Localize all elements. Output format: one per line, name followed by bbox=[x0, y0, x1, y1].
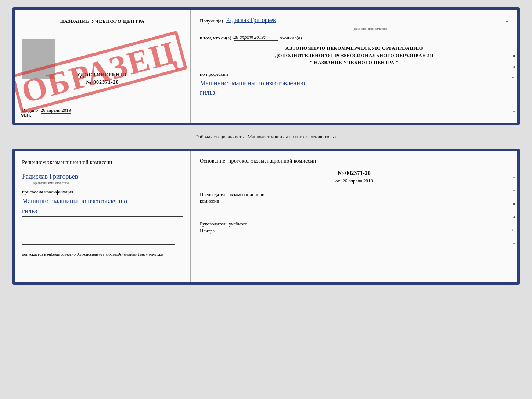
separator-text: Рабочая специальность - Машинист машины … bbox=[196, 131, 336, 143]
profession-line1: Машинист машины по изготовлению bbox=[200, 79, 305, 87]
allowed-prefix: допускается к bbox=[22, 252, 46, 256]
photo-placeholder bbox=[22, 39, 55, 79]
issued-date-value: 26 апреля 2019 bbox=[41, 107, 71, 114]
basis-title: Основание: протокол экзаменационной коми… bbox=[200, 158, 508, 164]
bottom-margin-marks: – – – и а ← – – – bbox=[511, 151, 515, 282]
empty-signature-lines bbox=[22, 220, 183, 245]
org-line2: ДОПОЛНИТЕЛЬНОГО ПРОФЕССИОНАЛЬНОГО ОБРАЗО… bbox=[200, 52, 508, 59]
top-doc-left: НАЗВАНИЕ УЧЕБНОГО ЦЕНТРА ОБРАЗЕЦ УДОСТОВ… bbox=[15, 10, 191, 123]
top-doc-right: Получил(а) Радислав Григорьев – (фамилия… bbox=[191, 10, 517, 123]
protocol-date-line: от 26 апреля 2019 bbox=[200, 178, 508, 184]
completed-suffix: окончил(а) bbox=[280, 35, 302, 41]
qual-line2: гильз bbox=[22, 207, 37, 215]
leader-signature-line bbox=[200, 237, 273, 245]
org-title: АВТОНОМНУЮ НЕКОММЕРЧЕСКУЮ ОРГАНИЗАЦИЮ ДО… bbox=[200, 44, 508, 66]
protocol-date-value: 26 апреля 2019 bbox=[342, 178, 373, 184]
completed-line: в том, что он(а) 26 апреля 2019г. окончи… bbox=[200, 34, 508, 41]
top-left-title: НАЗВАНИЕ УЧЕБНОГО ЦЕНТРА bbox=[22, 18, 183, 24]
certificate-number: № 002371-20 bbox=[22, 79, 183, 85]
qualification-name: Машинист машины по изготовлению гильз bbox=[22, 196, 183, 217]
profession-name: Машинист машины по изготовлению гильз bbox=[200, 79, 508, 97]
org-line1: АВТОНОМНУЮ НЕКОММЕРЧЕСКУЮ ОРГАНИЗАЦИЮ bbox=[200, 44, 508, 52]
qual-line1: Машинист машины по изготовлению bbox=[22, 197, 127, 205]
allowed-text: работе согласно должностным (производств… bbox=[47, 252, 163, 256]
chair-line1: Председатель экзаменационной bbox=[200, 192, 265, 197]
mp-label: М.П. bbox=[21, 113, 31, 118]
chair-line2: комиссии bbox=[200, 198, 219, 204]
empty-line-3 bbox=[22, 239, 175, 245]
org-line3: " НАЗВАНИЕ УЧЕБНОГО ЦЕНТРА " bbox=[200, 59, 508, 66]
issued-date-line: Выдано 26 апреля 2019 bbox=[22, 107, 183, 113]
assigned-label: присвоена квалификация bbox=[22, 189, 183, 195]
bottom-doc-left: Решением экзаменационной комиссии Радисл… bbox=[15, 151, 191, 282]
chair-signature-line bbox=[200, 207, 273, 215]
chair-label: Председатель экзаменационной комиссии bbox=[200, 191, 508, 204]
empty-line-1 bbox=[22, 220, 175, 225]
margin-marks: – – – и а ← – – – bbox=[511, 10, 515, 123]
recipient-name: Радислав Григорьев bbox=[226, 17, 503, 24]
recipient-dash: – bbox=[506, 18, 509, 24]
profession-prefix: по профессии bbox=[200, 71, 508, 77]
decision-title: Решением экзаменационной комиссии bbox=[22, 160, 183, 165]
profession-line2: гильз bbox=[200, 89, 215, 96]
bottom-document: Решением экзаменационной комиссии Радисл… bbox=[12, 149, 520, 285]
completed-date: 26 апреля 2019г. bbox=[234, 34, 278, 41]
allowed-label: допускается к работе согласно должностны… bbox=[22, 252, 183, 257]
bottom-person-name: Радислав Григорьев bbox=[22, 173, 151, 181]
bottom-doc-right: Основание: протокол экзаменационной коми… bbox=[191, 151, 517, 282]
bottom-fio-sub: (фамилия, имя, отчество) bbox=[33, 181, 183, 185]
issued-prefix: Выдано bbox=[22, 107, 38, 113]
allowed-signature-line bbox=[22, 260, 175, 266]
top-document: НАЗВАНИЕ УЧЕБНОГО ЦЕНТРА ОБРАЗЕЦ УДОСТОВ… bbox=[12, 7, 520, 125]
leader-line2: Центра bbox=[200, 228, 215, 234]
fio-subtitle: (фамилия, имя, отчество) bbox=[233, 27, 508, 31]
empty-line-2 bbox=[22, 229, 175, 235]
received-label: Получил(а) bbox=[200, 18, 223, 24]
protocol-number: № 002371-20 bbox=[200, 170, 508, 177]
center-leader-label: Руководитель учебного Центра bbox=[200, 221, 508, 234]
recipient-line: Получил(а) Радислав Григорьев – bbox=[200, 17, 508, 24]
leader-line1: Руководитель учебного bbox=[200, 221, 247, 227]
protocol-date-prefix: от bbox=[335, 178, 340, 184]
completed-prefix: в том, что он(а) bbox=[200, 35, 231, 41]
